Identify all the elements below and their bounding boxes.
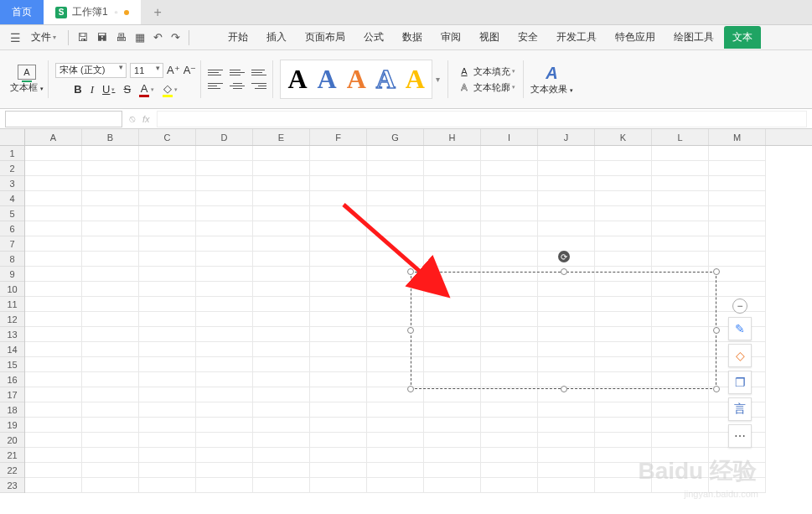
tab-drawing-tools[interactable]: 绘图工具 — [665, 27, 722, 48]
cell[interactable] — [481, 161, 538, 176]
align-bottom-button[interactable] — [251, 67, 266, 79]
cell[interactable] — [196, 372, 253, 387]
cell[interactable] — [196, 236, 253, 252]
cell[interactable] — [253, 478, 310, 493]
cell[interactable] — [424, 161, 481, 176]
cell[interactable] — [82, 342, 139, 357]
textbox-shape[interactable]: ⟳ — [411, 272, 716, 389]
cell[interactable] — [367, 221, 424, 236]
cell[interactable] — [139, 146, 196, 161]
cell[interactable] — [82, 372, 139, 387]
cell[interactable] — [253, 342, 310, 357]
cell[interactable] — [424, 402, 481, 418]
cell[interactable] — [253, 433, 310, 448]
cell[interactable] — [367, 448, 424, 463]
cell[interactable] — [595, 402, 652, 418]
cell[interactable] — [196, 342, 253, 357]
cell[interactable] — [25, 252, 82, 267]
row-header[interactable]: 19 — [0, 418, 24, 433]
wordart-style-4[interactable]: A — [376, 64, 396, 95]
text-fill-button[interactable]: A 文本填充▾ — [458, 65, 515, 78]
cell[interactable] — [367, 478, 424, 493]
cell[interactable] — [595, 176, 652, 191]
cell[interactable] — [538, 418, 595, 433]
cell[interactable] — [595, 206, 652, 221]
cell[interactable] — [25, 372, 82, 387]
cell[interactable] — [310, 206, 367, 221]
cell[interactable] — [367, 161, 424, 176]
cell[interactable] — [25, 478, 82, 493]
cell[interactable] — [424, 206, 481, 221]
cell[interactable] — [82, 267, 139, 282]
row-header[interactable]: 5 — [0, 206, 24, 221]
cell[interactable] — [367, 206, 424, 221]
cell[interactable] — [310, 418, 367, 433]
tab-start[interactable]: 开始 — [220, 27, 256, 48]
cell[interactable] — [253, 176, 310, 191]
cell[interactable] — [652, 433, 709, 448]
cell[interactable] — [310, 236, 367, 252]
cell[interactable] — [709, 252, 766, 267]
cell[interactable] — [139, 357, 196, 372]
column-header[interactable]: F — [310, 129, 367, 145]
row-header[interactable]: 1 — [0, 146, 24, 161]
cell[interactable] — [538, 176, 595, 191]
cell[interactable] — [253, 161, 310, 176]
row-header[interactable]: 16 — [0, 372, 24, 387]
tab-data[interactable]: 数据 — [394, 27, 431, 48]
cell[interactable] — [367, 252, 424, 267]
cell[interactable] — [82, 418, 139, 433]
cell[interactable] — [196, 146, 253, 161]
cell[interactable] — [25, 312, 82, 327]
cell[interactable] — [481, 176, 538, 191]
cell[interactable] — [652, 448, 709, 463]
cell[interactable] — [595, 252, 652, 267]
cell[interactable] — [253, 206, 310, 221]
cell[interactable] — [25, 433, 82, 448]
column-header[interactable]: H — [424, 129, 481, 145]
cell[interactable] — [367, 463, 424, 478]
cell[interactable] — [652, 191, 709, 206]
cell[interactable] — [538, 463, 595, 478]
cell[interactable] — [25, 282, 82, 297]
cell[interactable] — [481, 206, 538, 221]
cell[interactable] — [25, 146, 82, 161]
cell[interactable] — [253, 236, 310, 252]
cell[interactable] — [82, 191, 139, 206]
cell[interactable] — [367, 176, 424, 191]
cell[interactable] — [538, 433, 595, 448]
tab-special[interactable]: 特色应用 — [607, 27, 664, 48]
wordart-more-button[interactable]: ▾ — [432, 75, 443, 84]
cell[interactable] — [481, 478, 538, 493]
cell[interactable] — [595, 146, 652, 161]
cell[interactable] — [595, 221, 652, 236]
cell[interactable] — [82, 297, 139, 312]
cell[interactable] — [196, 191, 253, 206]
cell[interactable] — [25, 463, 82, 478]
cell[interactable] — [709, 478, 766, 493]
cell[interactable] — [253, 146, 310, 161]
wordart-style-1[interactable]: A — [287, 64, 307, 95]
pen-tool-button[interactable]: ✎ — [728, 317, 752, 340]
cell[interactable] — [25, 342, 82, 357]
name-box[interactable] — [5, 111, 122, 127]
increase-font-icon[interactable]: A⁺ — [167, 64, 180, 76]
cell[interactable] — [139, 221, 196, 236]
tab-view[interactable]: 视图 — [471, 27, 508, 48]
formula-input[interactable] — [157, 111, 807, 127]
cell[interactable] — [196, 387, 253, 402]
cell[interactable] — [25, 448, 82, 463]
cell[interactable] — [481, 236, 538, 252]
cell[interactable] — [139, 478, 196, 493]
cell[interactable] — [139, 402, 196, 418]
cell[interactable] — [424, 146, 481, 161]
cell[interactable] — [82, 206, 139, 221]
cell[interactable] — [82, 448, 139, 463]
cell[interactable] — [310, 191, 367, 206]
cell[interactable] — [310, 463, 367, 478]
cell[interactable] — [25, 357, 82, 372]
cell[interactable] — [424, 448, 481, 463]
cell[interactable] — [196, 267, 253, 282]
cell[interactable] — [196, 312, 253, 327]
cell[interactable] — [253, 357, 310, 372]
